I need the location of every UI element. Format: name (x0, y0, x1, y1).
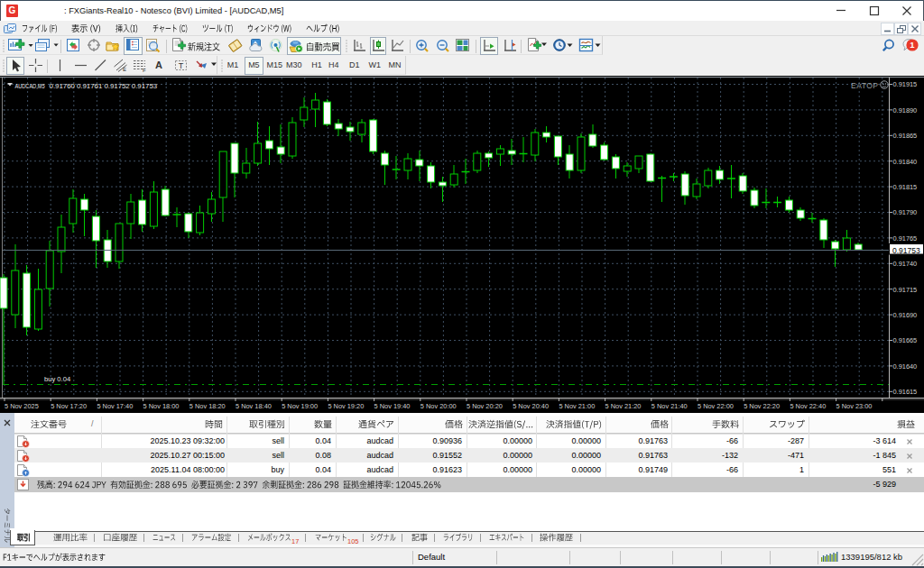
svg-text:T: T (179, 61, 184, 70)
svg-text:buy 0.04: buy 0.04 (44, 375, 70, 383)
svg-text:5 Nov 20:40: 5 Nov 20:40 (513, 402, 549, 410)
svg-text:5 Nov 23:00: 5 Nov 23:00 (836, 402, 873, 410)
svg-text:0.91740: 0.91740 (893, 260, 918, 268)
svg-text:0.91790: 0.91790 (893, 208, 918, 216)
svg-text:0.91890: 0.91890 (893, 106, 918, 115)
svg-text:5 Nov 19:40: 5 Nov 19:40 (374, 402, 411, 410)
svg-text:0.91715: 0.91715 (893, 286, 918, 294)
svg-text:0.91753: 0.91753 (892, 246, 920, 255)
svg-text:5 Nov 21:40: 5 Nov 21:40 (651, 402, 688, 410)
svg-text:AUDCAD,M5: AUDCAD,M5 (15, 82, 45, 90)
svg-text:5 Nov 20:20: 5 Nov 20:20 (467, 402, 503, 410)
svg-text:0.91865: 0.91865 (893, 132, 918, 140)
svg-text:5 Nov 17:20: 5 Nov 17:20 (51, 402, 87, 410)
svg-text:5 Nov 20:00: 5 Nov 20:00 (420, 402, 457, 410)
svg-text:5 Nov 22:40: 5 Nov 22:40 (790, 402, 826, 410)
svg-text:5 Nov 22:00: 5 Nov 22:00 (698, 402, 734, 410)
svg-text:EATOP: EATOP (851, 81, 879, 90)
svg-text:5 Nov 21:20: 5 Nov 21:20 (605, 402, 642, 410)
svg-text:0.91690: 0.91690 (893, 311, 918, 319)
svg-text:E: E (123, 67, 126, 72)
svg-text:5 Nov 18:20: 5 Nov 18:20 (189, 402, 226, 410)
svg-text:0.91765: 0.91765 (893, 234, 918, 243)
svg-text:0.91915: 0.91915 (893, 80, 918, 88)
svg-text:0.91640: 0.91640 (893, 362, 918, 371)
svg-text:F: F (143, 68, 146, 73)
svg-text:0.91840: 0.91840 (893, 158, 918, 166)
svg-text:5 Nov 2025: 5 Nov 2025 (5, 402, 39, 410)
svg-text:5 Nov 18:00: 5 Nov 18:00 (143, 402, 180, 410)
svg-text:0.91815: 0.91815 (893, 183, 918, 191)
svg-text:1: 1 (910, 40, 915, 50)
svg-text:5 Nov 18:40: 5 Nov 18:40 (236, 402, 272, 410)
svg-text:0.91615: 0.91615 (893, 388, 918, 396)
svg-text:5 Nov 17:40: 5 Nov 17:40 (97, 402, 133, 410)
svg-text:0.91760 0.91761 0.91752 0.9175: 0.91760 0.91761 0.91752 0.91753 (50, 82, 158, 90)
svg-text:5 Nov 19:20: 5 Nov 19:20 (328, 402, 364, 410)
svg-text:5 Nov 22:20: 5 Nov 22:20 (744, 402, 780, 410)
svg-text:5 Nov 21:00: 5 Nov 21:00 (559, 402, 595, 410)
svg-text:0.91665: 0.91665 (893, 336, 918, 344)
svg-text:5 Nov 19:00: 5 Nov 19:00 (282, 402, 318, 410)
